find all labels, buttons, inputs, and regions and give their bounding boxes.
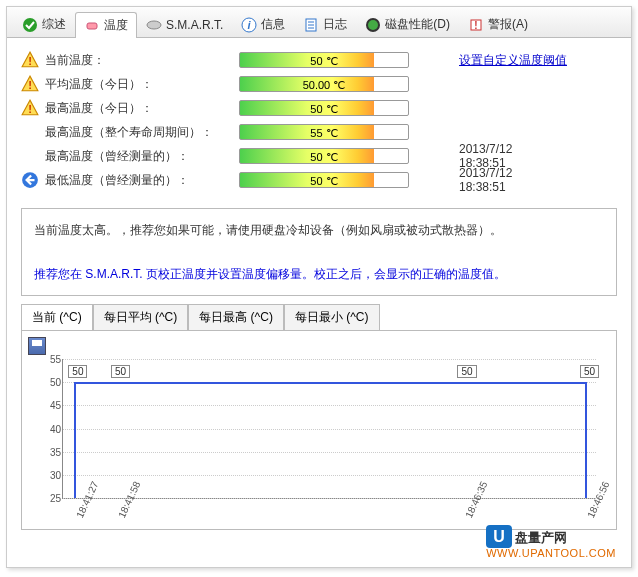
chart-tab-dailymin[interactable]: 每日最小 (^C)	[284, 304, 380, 330]
save-icon[interactable]	[28, 337, 46, 355]
bar-value: 50 ℃	[240, 101, 408, 117]
data-point-label: 50	[68, 365, 87, 378]
row-label: 最高温度（今日）：	[39, 100, 239, 117]
warning-icon: !	[21, 51, 39, 69]
bar-value: 50 ℃	[240, 173, 408, 189]
alert-icon: !	[468, 17, 484, 33]
data-point-label: 50	[111, 365, 130, 378]
eraser-icon	[84, 18, 100, 34]
svg-text:!: !	[28, 103, 32, 115]
data-point-label: 50	[580, 365, 599, 378]
y-tick-label: 50	[41, 377, 61, 388]
x-tick-label: 18:41:27	[74, 480, 100, 520]
tab-alerts[interactable]: !警报(A)	[459, 11, 537, 37]
temp-row: 最高温度（整个寿命周期间）：55 ℃	[21, 120, 617, 144]
temp-row: !平均温度（今日）：50.00 ℃	[21, 72, 617, 96]
svg-text:!: !	[28, 79, 32, 91]
temp-bar: 50 ℃	[239, 100, 419, 116]
tab-temperature[interactable]: 温度	[75, 12, 137, 38]
x-tick-label: 18:46:35	[463, 480, 489, 520]
tab-diskperf[interactable]: 磁盘性能(D)	[356, 11, 459, 37]
svg-text:!: !	[474, 20, 477, 31]
warning-icon: !	[21, 75, 39, 93]
row-timestamp: 2013/7/12 18:38:51	[419, 166, 559, 194]
gauge-icon	[365, 17, 381, 33]
y-tick-label: 55	[41, 354, 61, 365]
message-line1: 当前温度太高。，推荐您如果可能，请使用硬盘冷却设备（例如风扇或被动式散热器）。	[34, 219, 604, 241]
tab-label: 日志	[323, 16, 347, 33]
tab-label: 温度	[104, 17, 128, 34]
tab-info[interactable]: i信息	[232, 11, 294, 37]
temp-bar: 50 ℃	[239, 172, 419, 188]
x-tick-label: 18:41:58	[116, 480, 142, 520]
drive-icon	[146, 17, 162, 33]
temp-row: 最低温度（曾经测量的）：50 ℃2013/7/12 18:38:51	[21, 168, 617, 192]
tab-smart[interactable]: S.M.A.R.T.	[137, 11, 232, 37]
logo-u: U	[486, 525, 512, 548]
tab-label: S.M.A.R.T.	[166, 18, 223, 32]
tab-log[interactable]: 日志	[294, 11, 356, 37]
bar-value: 55 ℃	[240, 125, 408, 141]
y-tick-label: 25	[41, 493, 61, 504]
logo-url: WWW.UPANTOOL.COM	[486, 547, 616, 559]
back-arrow-icon	[21, 171, 39, 189]
tab-label: 综述	[42, 16, 66, 33]
footer-logo: U盘量产网 WWW.UPANTOOL.COM	[486, 528, 616, 559]
bar-value: 50.00 ℃	[240, 77, 408, 93]
tab-label: 信息	[261, 16, 285, 33]
tab-overview[interactable]: 综述	[13, 11, 75, 37]
temp-bar: 50 ℃	[239, 52, 419, 68]
threshold-link[interactable]: 设置自定义温度阈值	[419, 52, 567, 69]
tab-label: 警报(A)	[488, 16, 528, 33]
y-tick-label: 35	[41, 446, 61, 457]
y-tick-label: 45	[41, 400, 61, 411]
row-label: 最高温度（曾经测量的）：	[39, 148, 239, 165]
temp-bar: 50 ℃	[239, 148, 419, 164]
temp-row: !当前温度：50 ℃设置自定义温度阈值	[21, 48, 617, 72]
chart-tab-dailymax[interactable]: 每日最高 (^C)	[188, 304, 284, 330]
svg-point-0	[23, 18, 37, 32]
row-label: 最低温度（曾经测量的）：	[39, 172, 239, 189]
logo-text: 盘量产网	[515, 530, 567, 545]
document-icon	[303, 17, 319, 33]
svg-point-10	[368, 20, 378, 30]
row-label: 当前温度：	[39, 52, 239, 69]
warning-icon: !	[21, 99, 39, 117]
x-tick-label: 18:46:56	[585, 480, 611, 520]
bar-value: 50 ℃	[240, 149, 408, 165]
info-icon: i	[241, 17, 257, 33]
temp-bar: 50.00 ℃	[239, 76, 419, 92]
tab-label: 磁盘性能(D)	[385, 16, 450, 33]
svg-text:!: !	[28, 55, 32, 67]
chart-box: 2530354045505518:41:2718:41:5818:46:3518…	[21, 330, 617, 530]
row-label: 最高温度（整个寿命周期间）：	[39, 124, 239, 141]
y-tick-label: 30	[41, 469, 61, 480]
y-tick-label: 40	[41, 423, 61, 434]
temp-row: 最高温度（曾经测量的）：50 ℃2013/7/12 18:38:51	[21, 144, 617, 168]
check-icon	[22, 17, 38, 33]
temperature-panel: !当前温度：50 ℃设置自定义温度阈值!平均温度（今日）：50.00 ℃!最高温…	[7, 38, 631, 202]
chart-tab-dailyavg[interactable]: 每日平均 (^C)	[93, 304, 189, 330]
svg-rect-1	[87, 23, 97, 29]
message-box: 当前温度太高。，推荐您如果可能，请使用硬盘冷却设备（例如风扇或被动式散热器）。 …	[21, 208, 617, 296]
chart-tabs: 当前 (^C) 每日平均 (^C) 每日最高 (^C) 每日最小 (^C)	[21, 304, 617, 330]
data-point-label: 50	[457, 365, 476, 378]
message-line2: 推荐您在 S.M.A.R.T. 页校正温度并设置温度偏移量。校正之后，会显示的正…	[34, 263, 604, 285]
bar-value: 50 ℃	[240, 53, 408, 69]
chart-tab-current[interactable]: 当前 (^C)	[21, 304, 93, 330]
svg-point-2	[147, 21, 161, 29]
chart-area: 2530354045505518:41:2718:41:5818:46:3518…	[62, 359, 596, 499]
row-label: 平均温度（今日）：	[39, 76, 239, 93]
temp-row: !最高温度（今日）：50 ℃	[21, 96, 617, 120]
temp-bar: 55 ℃	[239, 124, 419, 140]
main-tabs: 综述 温度 S.M.A.R.T. i信息 日志 磁盘性能(D) !警报(A)	[7, 7, 631, 38]
